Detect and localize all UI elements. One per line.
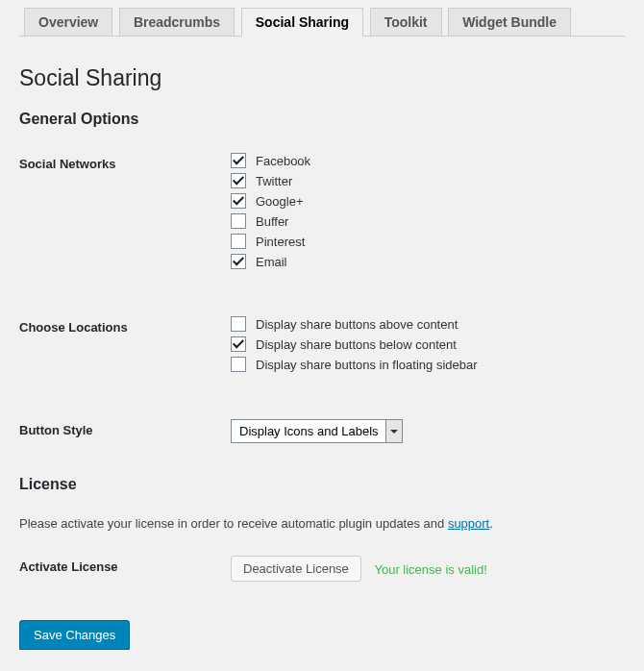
locations-label: Choose Locations	[19, 314, 231, 396]
tab-social-sharing[interactable]: Social Sharing	[241, 8, 363, 37]
section-license: License	[19, 476, 625, 493]
checkbox-pinterest[interactable]	[231, 234, 246, 249]
social-networks-label: Social Networks	[19, 151, 231, 293]
checkbox-twitter[interactable]	[231, 173, 246, 188]
tab-widget-bundle[interactable]: Widget Bundle	[448, 8, 571, 36]
label-twitter[interactable]: Twitter	[256, 174, 292, 188]
support-link[interactable]: support	[448, 516, 489, 531]
tab-navigation: Overview Breadcrumbs Social Sharing Tool…	[19, 8, 625, 37]
page-title: Social Sharing	[19, 65, 625, 91]
tab-toolkit[interactable]: Toolkit	[370, 8, 442, 36]
tab-breadcrumbs[interactable]: Breadcrumbs	[119, 8, 235, 36]
label-pinterest[interactable]: Pinterest	[256, 235, 305, 249]
activate-license-label: Activate License	[19, 554, 231, 601]
label-buffer[interactable]: Buffer	[256, 214, 288, 229]
section-general-options: General Options	[19, 111, 625, 128]
checkbox-buffer[interactable]	[231, 213, 246, 229]
label-facebook[interactable]: Facebook	[256, 154, 310, 168]
checkbox-below-content[interactable]	[231, 336, 246, 352]
license-description: Please activate your license in order to…	[19, 516, 625, 531]
checkbox-email[interactable]	[231, 254, 246, 269]
license-status: Your license is valid!	[374, 562, 486, 577]
button-style-select[interactable]: Display Icons and Labels	[231, 419, 403, 443]
label-below-content[interactable]: Display share buttons below content	[256, 337, 457, 352]
label-above-content[interactable]: Display share buttons above content	[256, 317, 458, 332]
checkbox-above-content[interactable]	[231, 316, 246, 332]
label-floating-sidebar[interactable]: Display share buttons in floating sideba…	[256, 358, 478, 372]
tab-overview[interactable]: Overview	[24, 8, 112, 36]
label-google-plus[interactable]: Google+	[256, 194, 304, 209]
checkbox-facebook[interactable]	[231, 153, 246, 168]
checkbox-google-plus[interactable]	[231, 193, 246, 209]
deactivate-license-button[interactable]: Deactivate License	[231, 556, 361, 582]
button-style-label: Button Style	[19, 417, 231, 462]
checkbox-floating-sidebar[interactable]	[231, 357, 246, 372]
save-changes-button[interactable]: Save Changes	[19, 620, 130, 650]
label-email[interactable]: Email	[256, 255, 287, 269]
